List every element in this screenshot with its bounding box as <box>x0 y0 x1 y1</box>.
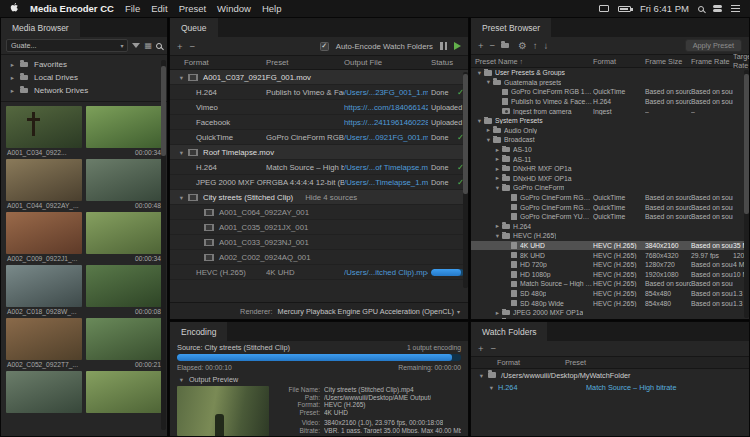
preset-row-selected[interactable]: 4K UHDHEVC (H.265)3840x2160Based on sour… <box>471 241 749 251</box>
output-file-link[interactable]: https://...com/184066142 <box>344 103 428 112</box>
menu-item-edit[interactable]: Edit <box>151 3 167 14</box>
queue-output-row[interactable]: H.264Match Source – High bitr.../Users/.… <box>170 160 468 175</box>
queue-output-row[interactable]: Facebookhttps://...24119614602283Uploade… <box>170 115 468 130</box>
tab-watch-folders[interactable]: Watch Folders <box>471 322 547 341</box>
watch-output-format[interactable]: H.264 <box>498 383 584 392</box>
chevron-down-icon[interactable] <box>177 375 186 384</box>
apply-preset-button[interactable]: Apply Preset <box>685 39 742 52</box>
chevron-right-icon[interactable] <box>493 146 502 154</box>
spotlight-icon[interactable] <box>698 6 704 12</box>
preset-row[interactable]: GoPro CineForm YUV 10-bitQuickTimeBased … <box>471 212 749 222</box>
output-format[interactable]: QuickTime <box>170 133 266 142</box>
clip-thumbnail[interactable] <box>86 265 162 307</box>
battery-icon[interactable] <box>618 6 631 12</box>
column-output-file[interactable]: Output File <box>344 58 428 67</box>
output-preset[interactable]: RGBA 4:4:4:4 12-bit (BC... <box>266 178 344 187</box>
chevron-down-icon[interactable] <box>177 73 186 82</box>
add-watch-folder-button[interactable]: + <box>478 344 484 353</box>
queue-output-row[interactable]: QuickTimeGoPro CineForm RGB 12-.../Users… <box>170 130 468 145</box>
clip-thumbnail[interactable] <box>86 159 162 201</box>
clip-thumbnail[interactable] <box>6 212 82 254</box>
chevron-right-icon[interactable] <box>493 174 502 182</box>
queue-output-row[interactable]: JPEG 2000 MXF OP1aRGBA 4:4:4:4 12-bit (B… <box>170 175 468 190</box>
chevron-right-icon[interactable] <box>8 73 17 82</box>
queue-source-row[interactable]: Roof Timelapse.mov <box>170 145 468 160</box>
preset-folder-row[interactable]: DNxHR MXF OP1a <box>471 164 749 174</box>
chevron-down-icon[interactable] <box>475 69 484 77</box>
preset-folder-row[interactable]: Audio Only <box>471 126 749 136</box>
search-icon[interactable] <box>156 43 162 49</box>
menubar-clock[interactable]: Fri 6:41 PM <box>640 3 689 14</box>
preset-folder-row[interactable]: Guatemala presets <box>471 78 749 88</box>
chevron-right-icon[interactable] <box>493 165 502 173</box>
tree-item-local-drives[interactable]: Local Drives <box>1 71 167 84</box>
column-preset[interactable]: Preset <box>266 58 344 67</box>
notification-list-icon[interactable] <box>731 5 740 12</box>
preset-scrollbar[interactable] <box>744 70 749 318</box>
preset-folder-row[interactable]: MPEG-2 <box>471 317 749 319</box>
output-format[interactable]: H.264 <box>170 163 266 172</box>
queue-stitch-clip-row[interactable]: A001_C064_0922AY_001 <box>170 205 468 220</box>
preset-folder-row[interactable]: AS-11 <box>471 154 749 164</box>
preset-row[interactable]: Publish to Vimeo & FacebookH.264Based on… <box>471 97 749 107</box>
remove-watch-folder-button[interactable]: − <box>491 344 497 353</box>
output-format[interactable]: Facebook <box>170 118 266 127</box>
chevron-right-icon[interactable] <box>8 86 17 95</box>
menu-item-file[interactable]: File <box>125 3 140 14</box>
filter-icon[interactable] <box>132 43 140 48</box>
column-format[interactable]: Format <box>471 358 565 367</box>
tab-media-browser[interactable]: Media Browser <box>1 18 80 37</box>
queue-stitch-clip-row[interactable]: A002_C002_0924AQ_001 <box>170 250 468 265</box>
preset-row[interactable]: Match Source – High BitrateHEVC (H.265)B… <box>471 279 749 289</box>
menu-item-window[interactable]: Window <box>217 3 251 14</box>
chevron-right-icon[interactable] <box>493 155 502 163</box>
menu-item-preset[interactable]: Preset <box>179 3 206 14</box>
preset-folder-row[interactable]: DNxHD MXF OP1a <box>471 174 749 184</box>
preset-row[interactable]: 8K UHDHEVC (H.265)7680x432029.97 fps120 … <box>471 250 749 260</box>
add-preset-button[interactable]: + <box>478 41 484 50</box>
media-scrollbar[interactable] <box>161 60 166 430</box>
preset-row[interactable]: HD 1080pHEVC (H.265)1920x1080Based on so… <box>471 269 749 279</box>
column-format[interactable]: Format <box>170 58 266 67</box>
preset-row[interactable]: GoPro CineForm RGB 12-bitQuickTimeBased … <box>471 202 749 212</box>
remove-preset-button[interactable]: − <box>490 41 496 50</box>
preset-settings-button[interactable]: ⚙ <box>518 41 527 50</box>
column-preset-name[interactable]: Preset Name <box>471 57 593 66</box>
new-preset-group-button[interactable] <box>501 43 509 49</box>
output-file-link[interactable]: /Users/...0921FG_001.mov <box>344 133 428 142</box>
preset-folder-row[interactable]: H.264 <box>471 222 749 232</box>
output-preview-header[interactable]: Output Preview <box>170 373 468 385</box>
preset-row[interactable]: SD 480pHEVC (H.265)854x480Based on sourc… <box>471 289 749 299</box>
output-format[interactable]: JPEG 2000 MXF OP1a <box>170 178 266 187</box>
output-format[interactable]: HEVC (H.265) <box>170 268 266 277</box>
chevron-down-icon[interactable] <box>484 78 493 86</box>
clip-thumbnail[interactable] <box>86 106 162 148</box>
column-status[interactable]: Status <box>428 58 468 67</box>
clip-thumbnail[interactable] <box>6 159 82 201</box>
chevron-down-icon[interactable] <box>487 383 496 392</box>
queue-stitch-clip-row[interactable]: A001_C033_0923NJ_001 <box>170 235 468 250</box>
watch-folder-output-row[interactable]: H.264 Match Source – High bitrate <box>471 381 749 393</box>
chevron-right-icon[interactable] <box>493 309 502 317</box>
output-file-link[interactable]: https://...24119614602283 <box>344 118 428 127</box>
chevron-down-icon[interactable] <box>477 371 486 380</box>
export-preset-button[interactable]: ↓ <box>543 41 548 50</box>
queue-scrollbar[interactable] <box>463 72 468 288</box>
start-queue-button[interactable] <box>454 42 461 50</box>
app-name[interactable]: Media Encoder CC <box>30 3 114 14</box>
remove-source-button[interactable]: − <box>190 42 196 51</box>
chevron-down-icon[interactable] <box>475 117 484 125</box>
preset-row[interactable]: HD 720pHEVC (H.265)1280x720Based on sour… <box>471 260 749 270</box>
output-format[interactable]: H.264 <box>170 88 266 97</box>
output-file-link[interactable]: /Users/...itched Clip).mp4 <box>344 268 428 277</box>
view-options-icon[interactable]: ▦ <box>144 41 152 50</box>
pause-queue-button[interactable] <box>440 42 447 50</box>
column-frame-size[interactable]: Frame Size <box>645 57 691 66</box>
tab-queue[interactable]: Queue <box>170 18 218 37</box>
chevron-down-icon[interactable] <box>177 148 186 157</box>
output-preset[interactable]: Match Source – High bitr... <box>266 163 344 172</box>
queue-source-row[interactable]: City streets (Stitched Clip)Hide 4 sourc… <box>170 190 468 205</box>
preset-group-row[interactable]: System Presets <box>471 116 749 126</box>
chevron-right-icon[interactable] <box>8 60 17 69</box>
chevron-down-icon[interactable] <box>484 136 493 144</box>
